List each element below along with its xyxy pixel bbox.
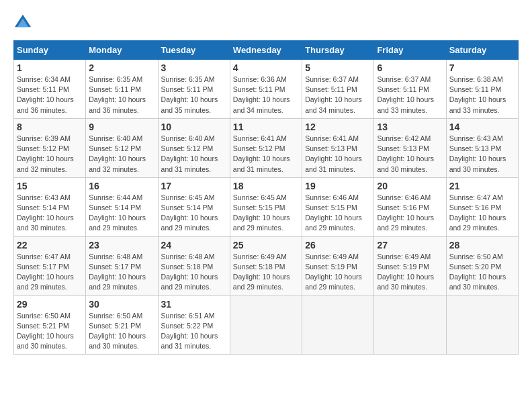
day-number: 14 bbox=[449, 122, 515, 132]
day-details: Sunrise: 6:40 AMSunset: 5:12 PMDaylight:… bbox=[89, 134, 154, 175]
day-details: Sunrise: 6:47 AMSunset: 5:17 PMDaylight:… bbox=[17, 252, 83, 293]
day-details: Sunrise: 6:49 AMSunset: 5:18 PMDaylight:… bbox=[233, 252, 299, 293]
day-details: Sunrise: 6:39 AMSunset: 5:12 PMDaylight:… bbox=[17, 134, 83, 175]
day-details: Sunrise: 6:50 AMSunset: 5:21 PMDaylight:… bbox=[17, 311, 83, 352]
calendar-cell: 29 Sunrise: 6:50 AMSunset: 5:21 PMDaylig… bbox=[14, 295, 86, 355]
day-of-week-monday: Monday bbox=[86, 41, 158, 60]
calendar-cell: 10 Sunrise: 6:40 AMSunset: 5:12 PMDaylig… bbox=[158, 118, 230, 177]
day-number: 4 bbox=[233, 62, 299, 73]
day-number: 26 bbox=[305, 240, 371, 250]
day-number: 15 bbox=[17, 181, 83, 191]
week-row-1: 1 Sunrise: 6:34 AMSunset: 5:11 PMDayligh… bbox=[14, 60, 519, 119]
calendar: SundayMondayTuesdayWednesdayThursdayFrid… bbox=[13, 40, 519, 355]
calendar-cell: 7 Sunrise: 6:38 AMSunset: 5:11 PMDayligh… bbox=[446, 60, 518, 119]
day-details: Sunrise: 6:37 AMSunset: 5:11 PMDaylight:… bbox=[305, 75, 371, 116]
calendar-cell: 28 Sunrise: 6:50 AMSunset: 5:20 PMDaylig… bbox=[446, 236, 518, 295]
day-of-week-sunday: Sunday bbox=[14, 41, 86, 60]
day-details: Sunrise: 6:41 AMSunset: 5:13 PMDaylight:… bbox=[305, 134, 371, 175]
day-of-week-tuesday: Tuesday bbox=[158, 41, 230, 60]
calendar-cell bbox=[230, 295, 302, 355]
week-row-3: 15 Sunrise: 6:43 AMSunset: 5:14 PMDaylig… bbox=[14, 177, 519, 236]
day-number: 21 bbox=[449, 181, 515, 191]
calendar-cell: 27 Sunrise: 6:49 AMSunset: 5:19 PMDaylig… bbox=[374, 236, 446, 295]
day-details: Sunrise: 6:43 AMSunset: 5:14 PMDaylight:… bbox=[17, 193, 83, 234]
day-details: Sunrise: 6:50 AMSunset: 5:21 PMDaylight:… bbox=[89, 311, 154, 352]
day-number: 18 bbox=[233, 181, 299, 191]
day-details: Sunrise: 6:41 AMSunset: 5:12 PMDaylight:… bbox=[233, 134, 299, 175]
day-number: 31 bbox=[161, 299, 227, 310]
calendar-header: SundayMondayTuesdayWednesdayThursdayFrid… bbox=[14, 41, 519, 60]
day-details: Sunrise: 6:51 AMSunset: 5:22 PMDaylight:… bbox=[161, 311, 227, 352]
day-details: Sunrise: 6:42 AMSunset: 5:13 PMDaylight:… bbox=[377, 134, 443, 175]
week-row-5: 29 Sunrise: 6:50 AMSunset: 5:21 PMDaylig… bbox=[14, 295, 519, 355]
logo-icon bbox=[13, 13, 32, 30]
calendar-cell: 11 Sunrise: 6:41 AMSunset: 5:12 PMDaylig… bbox=[230, 118, 302, 177]
calendar-cell bbox=[446, 295, 518, 355]
calendar-cell: 1 Sunrise: 6:34 AMSunset: 5:11 PMDayligh… bbox=[14, 60, 86, 119]
calendar-cell: 5 Sunrise: 6:37 AMSunset: 5:11 PMDayligh… bbox=[302, 60, 374, 119]
day-number: 23 bbox=[89, 240, 154, 250]
day-number: 6 bbox=[377, 62, 443, 73]
day-of-week-friday: Friday bbox=[374, 41, 446, 60]
day-number: 29 bbox=[17, 299, 83, 310]
day-details: Sunrise: 6:50 AMSunset: 5:20 PMDaylight:… bbox=[449, 252, 515, 293]
day-number: 22 bbox=[17, 240, 83, 250]
day-details: Sunrise: 6:46 AMSunset: 5:16 PMDaylight:… bbox=[377, 193, 443, 234]
header bbox=[13, 13, 519, 30]
day-number: 24 bbox=[161, 240, 227, 250]
calendar-cell: 18 Sunrise: 6:45 AMSunset: 5:15 PMDaylig… bbox=[230, 177, 302, 236]
calendar-cell: 8 Sunrise: 6:39 AMSunset: 5:12 PMDayligh… bbox=[14, 118, 86, 177]
week-row-2: 8 Sunrise: 6:39 AMSunset: 5:12 PMDayligh… bbox=[14, 118, 519, 177]
header-row: SundayMondayTuesdayWednesdayThursdayFrid… bbox=[14, 41, 519, 60]
day-details: Sunrise: 6:34 AMSunset: 5:11 PMDaylight:… bbox=[17, 75, 83, 116]
day-details: Sunrise: 6:45 AMSunset: 5:14 PMDaylight:… bbox=[161, 193, 227, 234]
calendar-cell: 6 Sunrise: 6:37 AMSunset: 5:11 PMDayligh… bbox=[374, 60, 446, 119]
day-details: Sunrise: 6:49 AMSunset: 5:19 PMDaylight:… bbox=[377, 252, 443, 293]
calendar-cell: 12 Sunrise: 6:41 AMSunset: 5:13 PMDaylig… bbox=[302, 118, 374, 177]
calendar-cell: 20 Sunrise: 6:46 AMSunset: 5:16 PMDaylig… bbox=[374, 177, 446, 236]
calendar-cell: 30 Sunrise: 6:50 AMSunset: 5:21 PMDaylig… bbox=[86, 295, 158, 355]
day-number: 11 bbox=[233, 122, 299, 132]
day-number: 25 bbox=[233, 240, 299, 250]
calendar-body: 1 Sunrise: 6:34 AMSunset: 5:11 PMDayligh… bbox=[14, 60, 519, 355]
day-details: Sunrise: 6:48 AMSunset: 5:17 PMDaylight:… bbox=[89, 252, 154, 293]
calendar-cell: 15 Sunrise: 6:43 AMSunset: 5:14 PMDaylig… bbox=[14, 177, 86, 236]
day-number: 28 bbox=[449, 240, 515, 250]
day-number: 12 bbox=[305, 122, 371, 132]
calendar-cell: 19 Sunrise: 6:46 AMSunset: 5:15 PMDaylig… bbox=[302, 177, 374, 236]
day-details: Sunrise: 6:46 AMSunset: 5:15 PMDaylight:… bbox=[305, 193, 371, 234]
day-number: 3 bbox=[161, 62, 227, 73]
calendar-cell: 4 Sunrise: 6:36 AMSunset: 5:11 PMDayligh… bbox=[230, 60, 302, 119]
calendar-cell: 31 Sunrise: 6:51 AMSunset: 5:22 PMDaylig… bbox=[158, 295, 230, 355]
day-details: Sunrise: 6:43 AMSunset: 5:13 PMDaylight:… bbox=[449, 134, 515, 175]
calendar-cell bbox=[302, 295, 374, 355]
day-of-week-saturday: Saturday bbox=[446, 41, 518, 60]
day-number: 5 bbox=[305, 62, 371, 73]
calendar-cell: 26 Sunrise: 6:49 AMSunset: 5:19 PMDaylig… bbox=[302, 236, 374, 295]
calendar-cell: 14 Sunrise: 6:43 AMSunset: 5:13 PMDaylig… bbox=[446, 118, 518, 177]
calendar-cell: 13 Sunrise: 6:42 AMSunset: 5:13 PMDaylig… bbox=[374, 118, 446, 177]
day-number: 9 bbox=[89, 122, 154, 132]
calendar-cell: 21 Sunrise: 6:47 AMSunset: 5:16 PMDaylig… bbox=[446, 177, 518, 236]
day-of-week-thursday: Thursday bbox=[302, 41, 374, 60]
day-number: 19 bbox=[305, 181, 371, 191]
day-details: Sunrise: 6:38 AMSunset: 5:11 PMDaylight:… bbox=[449, 75, 515, 116]
day-details: Sunrise: 6:40 AMSunset: 5:12 PMDaylight:… bbox=[161, 134, 227, 175]
day-number: 17 bbox=[161, 181, 227, 191]
day-number: 7 bbox=[449, 62, 515, 73]
day-details: Sunrise: 6:49 AMSunset: 5:19 PMDaylight:… bbox=[305, 252, 371, 293]
day-details: Sunrise: 6:36 AMSunset: 5:11 PMDaylight:… bbox=[233, 75, 299, 116]
calendar-cell: 23 Sunrise: 6:48 AMSunset: 5:17 PMDaylig… bbox=[86, 236, 158, 295]
day-number: 8 bbox=[17, 122, 83, 132]
logo bbox=[13, 13, 35, 30]
day-of-week-wednesday: Wednesday bbox=[230, 41, 302, 60]
calendar-cell: 17 Sunrise: 6:45 AMSunset: 5:14 PMDaylig… bbox=[158, 177, 230, 236]
day-details: Sunrise: 6:37 AMSunset: 5:11 PMDaylight:… bbox=[377, 75, 443, 116]
week-row-4: 22 Sunrise: 6:47 AMSunset: 5:17 PMDaylig… bbox=[14, 236, 519, 295]
day-details: Sunrise: 6:45 AMSunset: 5:15 PMDaylight:… bbox=[233, 193, 299, 234]
day-number: 20 bbox=[377, 181, 443, 191]
day-number: 27 bbox=[377, 240, 443, 250]
calendar-cell bbox=[374, 295, 446, 355]
day-number: 30 bbox=[89, 299, 154, 310]
day-details: Sunrise: 6:48 AMSunset: 5:18 PMDaylight:… bbox=[161, 252, 227, 293]
